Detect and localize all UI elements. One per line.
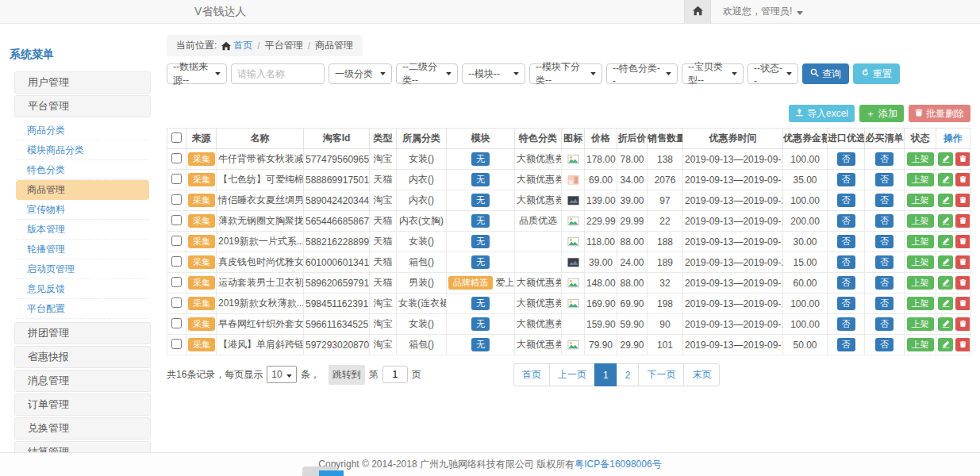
edit-button[interactable] (938, 173, 953, 186)
delete-button[interactable] (955, 152, 970, 166)
imported-toggle-badge[interactable]: 否 (837, 255, 855, 269)
imported-toggle-badge[interactable]: 否 (837, 214, 855, 228)
user-menu[interactable]: 欢迎您，管理员! (711, 0, 803, 23)
status-badge[interactable]: 上架 (907, 214, 934, 228)
sidebar-group-message-manage[interactable]: 消息管理 (14, 370, 151, 392)
status-badge[interactable]: 上架 (907, 173, 934, 186)
sidebar-group-platform-manage[interactable]: 平台管理 (14, 95, 151, 117)
sidebar-item-platform-config[interactable]: 平台配置 (16, 299, 149, 319)
pager-page-1[interactable]: 1 (594, 363, 617, 386)
sidebar-item-promo-material[interactable]: 宣传物料 (16, 200, 149, 220)
pager-prev[interactable]: 上一页 (549, 363, 595, 386)
must-buy-toggle-badge[interactable]: 否 (875, 317, 894, 331)
row-checkbox[interactable] (171, 153, 182, 163)
row-checkbox[interactable] (171, 174, 182, 184)
must-buy-toggle-badge[interactable]: 否 (875, 276, 894, 290)
delete-button[interactable] (955, 297, 970, 310)
delete-button[interactable] (955, 235, 970, 248)
delete-button[interactable] (955, 338, 970, 351)
must-buy-toggle-badge[interactable]: 否 (875, 194, 894, 207)
must-buy-toggle-badge[interactable]: 否 (875, 214, 894, 228)
status-badge[interactable]: 上架 (907, 338, 934, 351)
must-buy-toggle-badge[interactable]: 否 (875, 255, 894, 269)
pager-first[interactable]: 首页 (513, 363, 550, 386)
sidebar-group-saving-express[interactable]: 省惠快报 (14, 346, 151, 368)
imported-toggle-badge[interactable]: 否 (837, 194, 855, 207)
home-button[interactable] (684, 0, 711, 23)
sidebar-item-splash-manage[interactable]: 启动页管理 (16, 259, 149, 279)
status-badge[interactable]: 上架 (907, 255, 934, 269)
must-buy-toggle-badge[interactable]: 否 (875, 338, 894, 351)
filter-module-select[interactable]: --模块-- (462, 63, 525, 84)
status-badge[interactable]: 上架 (907, 317, 934, 331)
sidebar-item-goods-category[interactable]: 商品分类 (16, 121, 149, 140)
row-checkbox[interactable] (171, 298, 182, 308)
row-checkbox[interactable] (171, 256, 182, 267)
sidebar-group-groupbuy-manage[interactable]: 拼团管理 (14, 322, 151, 344)
edit-button[interactable] (938, 317, 953, 331)
row-checkbox[interactable] (171, 318, 182, 328)
select-all-checkbox[interactable] (171, 132, 182, 143)
sidebar-item-feedback[interactable]: 意见反馈 (16, 279, 149, 299)
filter-module-sub-select[interactable]: --模块下分类-- (529, 63, 602, 84)
sidebar-item-goods-manage[interactable]: 商品管理 (16, 180, 149, 200)
sidebar-group-user-manage[interactable]: 用户管理 (14, 71, 151, 94)
edit-button[interactable] (938, 297, 953, 310)
status-badge[interactable]: 上架 (907, 152, 934, 166)
filter-data-source-select[interactable]: --数据来源-- (167, 63, 227, 84)
sidebar-item-carousel-manage[interactable]: 轮播管理 (16, 240, 149, 259)
search-button[interactable]: 查询 (802, 63, 849, 84)
icp-link[interactable]: 粤ICP备16098006号 (575, 458, 661, 471)
filter-item-type-select[interactable]: --宝贝类型-- (682, 63, 744, 84)
sidebar-group-exchange-manage[interactable]: 兑换管理 (14, 417, 151, 440)
delete-button[interactable] (955, 194, 970, 207)
filter-feature-category-select[interactable]: --特色分类-- (606, 63, 678, 84)
delete-button[interactable] (955, 255, 970, 269)
row-checkbox[interactable] (171, 277, 182, 287)
edit-button[interactable] (938, 214, 953, 228)
row-checkbox[interactable] (171, 236, 182, 246)
per-page-select[interactable]: 10 (267, 366, 296, 383)
delete-button[interactable] (955, 317, 970, 331)
imported-toggle-badge[interactable]: 否 (837, 317, 855, 331)
sidebar-group-order-manage[interactable]: 订单管理 (14, 393, 151, 416)
filter-status-select[interactable]: --状态-- (747, 63, 798, 84)
row-checkbox[interactable] (171, 215, 182, 225)
edit-button[interactable] (938, 152, 953, 166)
row-checkbox[interactable] (171, 339, 182, 349)
breadcrumb-home-link[interactable]: 首页 (221, 39, 252, 52)
sidebar-item-feature-category[interactable]: 特色分类 (16, 160, 149, 180)
status-badge[interactable]: 上架 (907, 194, 934, 207)
filter-category-l1-select[interactable]: 一级分类 (329, 63, 392, 84)
sidebar-item-version-manage[interactable]: 版本管理 (16, 220, 149, 240)
jump-button[interactable]: 跳转到 (329, 365, 365, 385)
edit-button[interactable] (938, 276, 953, 290)
edit-button[interactable] (938, 194, 953, 207)
edit-button[interactable] (938, 255, 953, 269)
page-number-input[interactable] (382, 366, 408, 383)
batch-delete-button[interactable]: 批量删除 (909, 105, 970, 122)
import-excel-button[interactable]: 导入excel (789, 105, 855, 122)
imported-toggle-badge[interactable]: 否 (837, 276, 855, 290)
add-button[interactable]: ＋ 添加 (859, 105, 904, 122)
imported-toggle-badge[interactable]: 否 (837, 338, 855, 351)
reset-button[interactable]: 重置 (853, 63, 900, 84)
status-badge[interactable]: 上架 (907, 235, 934, 248)
must-buy-toggle-badge[interactable]: 否 (875, 297, 894, 310)
filter-name-input[interactable] (231, 63, 325, 84)
delete-button[interactable] (955, 276, 970, 290)
imported-toggle-badge[interactable]: 否 (837, 297, 855, 310)
delete-button[interactable] (955, 173, 970, 186)
pager-page-2[interactable]: 2 (617, 363, 640, 386)
filter-category-l2-select[interactable]: --二级分类-- (396, 63, 458, 84)
row-checkbox[interactable] (171, 194, 182, 205)
must-buy-toggle-badge[interactable]: 否 (875, 173, 894, 186)
delete-button[interactable] (955, 214, 970, 228)
must-buy-toggle-badge[interactable]: 否 (875, 152, 894, 166)
sidebar-item-module-goods-category[interactable]: 模块商品分类 (16, 140, 149, 160)
imported-toggle-badge[interactable]: 否 (837, 235, 855, 248)
status-badge[interactable]: 上架 (907, 276, 934, 290)
status-badge[interactable]: 上架 (907, 297, 934, 310)
must-buy-toggle-badge[interactable]: 否 (875, 235, 894, 248)
imported-toggle-badge[interactable]: 否 (837, 152, 855, 166)
